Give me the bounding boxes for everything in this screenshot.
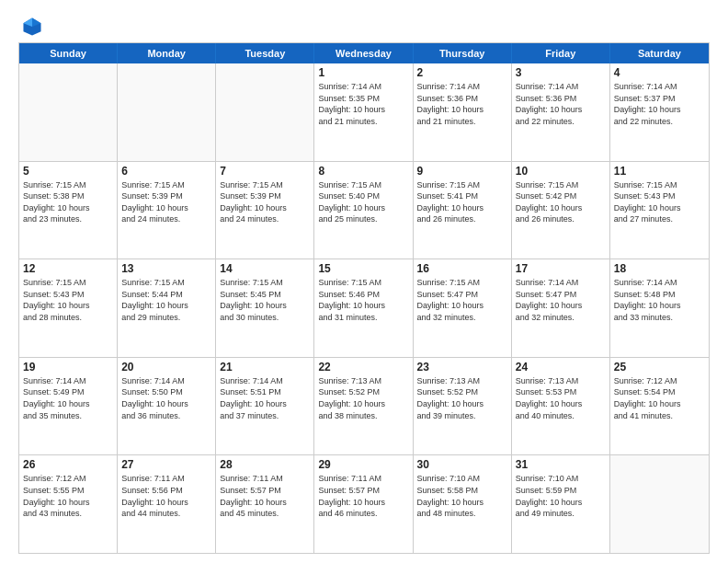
calendar-cell-r0-c6: 4Sunrise: 7:14 AM Sunset: 5:37 PM Daylig… bbox=[610, 63, 709, 161]
day-number-23: 23 bbox=[417, 361, 507, 373]
cell-text-23: Sunrise: 7:13 AM Sunset: 5:52 PM Dayligh… bbox=[417, 375, 507, 421]
page: Sunday Monday Tuesday Wednesday Thursday… bbox=[0, 0, 728, 563]
day-number-29: 29 bbox=[318, 458, 408, 471]
cell-text-6: Sunrise: 7:15 AM Sunset: 5:39 PM Dayligh… bbox=[121, 179, 211, 225]
calendar-cell-r2-c5: 17Sunrise: 7:14 AM Sunset: 5:47 PM Dayli… bbox=[512, 259, 610, 357]
logo-icon bbox=[22, 17, 42, 37]
cell-text-14: Sunrise: 7:15 AM Sunset: 5:45 PM Dayligh… bbox=[220, 277, 310, 323]
cell-text-15: Sunrise: 7:15 AM Sunset: 5:46 PM Dayligh… bbox=[318, 277, 408, 323]
day-number-15: 15 bbox=[318, 262, 408, 275]
day-number-26: 26 bbox=[23, 458, 113, 471]
header-thursday: Thursday bbox=[414, 43, 512, 63]
calendar-row-3: 19Sunrise: 7:14 AM Sunset: 5:49 PM Dayli… bbox=[19, 357, 709, 455]
calendar-cell-r2-c0: 12Sunrise: 7:15 AM Sunset: 5:43 PM Dayli… bbox=[19, 259, 118, 357]
calendar-row-4: 26Sunrise: 7:12 AM Sunset: 5:55 PM Dayli… bbox=[19, 454, 709, 553]
calendar-cell-r2-c4: 16Sunrise: 7:15 AM Sunset: 5:47 PM Dayli… bbox=[414, 259, 512, 357]
cell-text-13: Sunrise: 7:15 AM Sunset: 5:44 PM Dayligh… bbox=[121, 277, 211, 323]
day-number-12: 12 bbox=[23, 262, 113, 275]
day-number-24: 24 bbox=[516, 361, 606, 373]
calendar-cell-r4-c0: 26Sunrise: 7:12 AM Sunset: 5:55 PM Dayli… bbox=[19, 455, 118, 553]
calendar-cell-r1-c3: 8Sunrise: 7:15 AM Sunset: 5:40 PM Daylig… bbox=[314, 162, 413, 259]
calendar-cell-r1-c2: 7Sunrise: 7:15 AM Sunset: 5:39 PM Daylig… bbox=[216, 162, 314, 259]
calendar-cell-r0-c0 bbox=[19, 63, 118, 161]
header-friday: Friday bbox=[512, 43, 610, 63]
day-number-22: 22 bbox=[318, 361, 408, 373]
day-number-19: 19 bbox=[23, 361, 113, 373]
calendar-cell-r4-c4: 30Sunrise: 7:10 AM Sunset: 5:58 PM Dayli… bbox=[414, 455, 512, 553]
calendar-row-0: 1Sunrise: 7:14 AM Sunset: 5:35 PM Daylig… bbox=[19, 63, 709, 161]
cell-text-4: Sunrise: 7:14 AM Sunset: 5:37 PM Dayligh… bbox=[614, 81, 705, 127]
day-number-21: 21 bbox=[220, 361, 310, 373]
cell-text-10: Sunrise: 7:15 AM Sunset: 5:42 PM Dayligh… bbox=[516, 179, 606, 225]
cell-text-25: Sunrise: 7:12 AM Sunset: 5:54 PM Dayligh… bbox=[614, 375, 705, 421]
cell-text-20: Sunrise: 7:14 AM Sunset: 5:50 PM Dayligh… bbox=[121, 375, 211, 421]
calendar-cell-r0-c1 bbox=[118, 63, 216, 161]
day-number-3: 3 bbox=[516, 66, 606, 79]
calendar-cell-r4-c5: 31Sunrise: 7:10 AM Sunset: 5:59 PM Dayli… bbox=[512, 455, 610, 553]
cell-text-27: Sunrise: 7:11 AM Sunset: 5:56 PM Dayligh… bbox=[121, 473, 211, 519]
calendar-cell-r2-c1: 13Sunrise: 7:15 AM Sunset: 5:44 PM Dayli… bbox=[118, 259, 216, 357]
calendar-cell-r0-c5: 3Sunrise: 7:14 AM Sunset: 5:36 PM Daylig… bbox=[512, 63, 610, 161]
calendar-cell-r1-c0: 5Sunrise: 7:15 AM Sunset: 5:38 PM Daylig… bbox=[19, 162, 118, 259]
cell-text-17: Sunrise: 7:14 AM Sunset: 5:47 PM Dayligh… bbox=[516, 277, 606, 323]
calendar-cell-r1-c1: 6Sunrise: 7:15 AM Sunset: 5:39 PM Daylig… bbox=[118, 162, 216, 259]
calendar-cell-r0-c2 bbox=[216, 63, 314, 161]
calendar-cell-r0-c3: 1Sunrise: 7:14 AM Sunset: 5:35 PM Daylig… bbox=[314, 63, 413, 161]
calendar-cell-r1-c4: 9Sunrise: 7:15 AM Sunset: 5:41 PM Daylig… bbox=[414, 162, 512, 259]
day-number-1: 1 bbox=[318, 66, 408, 79]
day-number-6: 6 bbox=[121, 165, 211, 178]
cell-text-21: Sunrise: 7:14 AM Sunset: 5:51 PM Dayligh… bbox=[220, 375, 310, 421]
cell-text-30: Sunrise: 7:10 AM Sunset: 5:58 PM Dayligh… bbox=[417, 473, 507, 519]
day-number-25: 25 bbox=[614, 361, 705, 373]
day-number-11: 11 bbox=[614, 165, 705, 178]
calendar-cell-r3-c4: 23Sunrise: 7:13 AM Sunset: 5:52 PM Dayli… bbox=[414, 358, 512, 455]
cell-text-19: Sunrise: 7:14 AM Sunset: 5:49 PM Dayligh… bbox=[23, 375, 113, 421]
day-number-28: 28 bbox=[220, 458, 310, 471]
day-number-20: 20 bbox=[121, 361, 211, 373]
cell-text-18: Sunrise: 7:14 AM Sunset: 5:48 PM Dayligh… bbox=[614, 277, 705, 323]
day-number-8: 8 bbox=[318, 165, 408, 178]
cell-text-12: Sunrise: 7:15 AM Sunset: 5:43 PM Dayligh… bbox=[23, 277, 113, 323]
day-number-27: 27 bbox=[121, 458, 211, 471]
cell-text-7: Sunrise: 7:15 AM Sunset: 5:39 PM Dayligh… bbox=[220, 179, 310, 225]
header-tuesday: Tuesday bbox=[216, 43, 314, 63]
cell-text-31: Sunrise: 7:10 AM Sunset: 5:59 PM Dayligh… bbox=[516, 473, 606, 519]
header-wednesday: Wednesday bbox=[314, 43, 413, 63]
cell-text-5: Sunrise: 7:15 AM Sunset: 5:38 PM Dayligh… bbox=[23, 179, 113, 225]
day-number-30: 30 bbox=[417, 458, 507, 471]
day-number-17: 17 bbox=[516, 262, 606, 275]
cell-text-29: Sunrise: 7:11 AM Sunset: 5:57 PM Dayligh… bbox=[318, 473, 408, 519]
calendar-body: 1Sunrise: 7:14 AM Sunset: 5:35 PM Daylig… bbox=[19, 63, 709, 553]
header-sunday: Sunday bbox=[19, 43, 118, 63]
day-number-18: 18 bbox=[614, 262, 705, 275]
calendar-cell-r3-c0: 19Sunrise: 7:14 AM Sunset: 5:49 PM Dayli… bbox=[19, 358, 118, 455]
cell-text-11: Sunrise: 7:15 AM Sunset: 5:43 PM Dayligh… bbox=[614, 179, 705, 225]
calendar: Sunday Monday Tuesday Wednesday Thursday… bbox=[18, 42, 710, 554]
calendar-cell-r4-c1: 27Sunrise: 7:11 AM Sunset: 5:56 PM Dayli… bbox=[118, 455, 216, 553]
calendar-cell-r1-c5: 10Sunrise: 7:15 AM Sunset: 5:42 PM Dayli… bbox=[512, 162, 610, 259]
calendar-cell-r4-c2: 28Sunrise: 7:11 AM Sunset: 5:57 PM Dayli… bbox=[216, 455, 314, 553]
cell-text-8: Sunrise: 7:15 AM Sunset: 5:40 PM Dayligh… bbox=[318, 179, 408, 225]
cell-text-3: Sunrise: 7:14 AM Sunset: 5:36 PM Dayligh… bbox=[516, 81, 606, 127]
calendar-cell-r3-c5: 24Sunrise: 7:13 AM Sunset: 5:53 PM Dayli… bbox=[512, 358, 610, 455]
calendar-cell-r2-c2: 14Sunrise: 7:15 AM Sunset: 5:45 PM Dayli… bbox=[216, 259, 314, 357]
day-number-10: 10 bbox=[516, 165, 606, 178]
calendar-cell-r3-c6: 25Sunrise: 7:12 AM Sunset: 5:54 PM Dayli… bbox=[610, 358, 709, 455]
calendar-cell-r3-c3: 22Sunrise: 7:13 AM Sunset: 5:52 PM Dayli… bbox=[314, 358, 413, 455]
calendar-cell-r2-c3: 15Sunrise: 7:15 AM Sunset: 5:46 PM Dayli… bbox=[314, 259, 413, 357]
day-number-5: 5 bbox=[23, 165, 113, 178]
cell-text-26: Sunrise: 7:12 AM Sunset: 5:55 PM Dayligh… bbox=[23, 473, 113, 519]
cell-text-9: Sunrise: 7:15 AM Sunset: 5:41 PM Dayligh… bbox=[417, 179, 507, 225]
day-number-13: 13 bbox=[121, 262, 211, 275]
day-number-16: 16 bbox=[417, 262, 507, 275]
calendar-header: Sunday Monday Tuesday Wednesday Thursday… bbox=[19, 43, 709, 63]
calendar-cell-r4-c6 bbox=[610, 455, 709, 553]
calendar-cell-r4-c3: 29Sunrise: 7:11 AM Sunset: 5:57 PM Dayli… bbox=[314, 455, 413, 553]
calendar-cell-r1-c6: 11Sunrise: 7:15 AM Sunset: 5:43 PM Dayli… bbox=[610, 162, 709, 259]
logo bbox=[18, 17, 42, 33]
day-number-14: 14 bbox=[220, 262, 310, 275]
cell-text-1: Sunrise: 7:14 AM Sunset: 5:35 PM Dayligh… bbox=[318, 81, 408, 127]
cell-text-22: Sunrise: 7:13 AM Sunset: 5:52 PM Dayligh… bbox=[318, 375, 408, 421]
calendar-cell-r2-c6: 18Sunrise: 7:14 AM Sunset: 5:48 PM Dayli… bbox=[610, 259, 709, 357]
header bbox=[18, 17, 710, 33]
